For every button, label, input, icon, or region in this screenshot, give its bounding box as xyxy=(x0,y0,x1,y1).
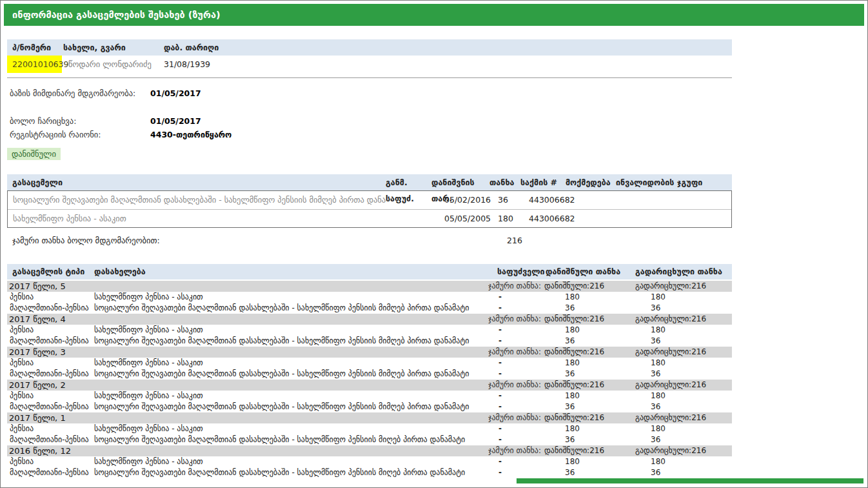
monthly-table-header: გასაცემლის ტიპი დასახელება საფუძველი დან… xyxy=(7,264,732,280)
month-group: 2017 წელი, 2 ჯამური თანხა: დანიშნული:216… xyxy=(7,380,732,412)
payment-type: მაღალმთიანი-პენსია xyxy=(7,369,94,380)
total-label: ჯამური თანხა ბოლო მდგომარეობით: xyxy=(7,234,489,247)
payment-row: პენსია სახელმწიფო პენსია - ასაკით - 180 … xyxy=(7,391,732,402)
payment-row: მაღალმთიანი-პენსია სოციალური შეღავათები … xyxy=(7,369,732,380)
payment-assigned-amount: 36 xyxy=(544,369,635,380)
month-summary-transferred: გადარიცხული:216 xyxy=(635,281,732,292)
field-label: რეგისტრაციის რაიონი: xyxy=(7,128,150,141)
month-summary-label: ჯამური თანხა: xyxy=(488,380,544,391)
assigned-case-number: 443006682 xyxy=(521,191,566,209)
report-window: ინფორმაცია გასაცემლების შესახებ (ზურა) პ… xyxy=(0,0,868,488)
payment-type: მაღალმთიანი-პენსია xyxy=(7,402,94,412)
payment-assigned-amount: 36 xyxy=(544,402,635,412)
assigned-date: 05/05/2005 xyxy=(432,210,490,228)
person-row: 22001010639 წოდარი ლონდარიძე 31/08/1939 xyxy=(7,56,732,73)
payment-name: სოციალური შეღავათები მაღალმთიან დასახლებ… xyxy=(94,369,494,380)
payment-assigned-amount: 180 xyxy=(544,325,635,336)
payment-basis: - xyxy=(494,358,544,369)
assigned-section-tab[interactable]: დანიშნული xyxy=(7,148,61,160)
payment-assigned-amount: 180 xyxy=(544,358,635,369)
title-bar: ინფორმაცია გასაცემლების შესახებ (ზურა) xyxy=(4,4,864,26)
payment-row: პენსია სახელმწიფო პენსია - ასაკით - 180 … xyxy=(7,423,732,434)
payment-name: სახელმწიფო პენსია - ასაკით xyxy=(94,423,494,434)
payment-type: პენსია xyxy=(7,456,94,467)
payment-transferred-amount: 36 xyxy=(635,303,732,314)
field-row: რეგისტრაციის რაიონი: 4430-თეთრიწყარო xyxy=(7,128,732,141)
payment-basis: - xyxy=(494,391,544,402)
field-label: ბაზის მიმდინარე მდგომარეობა: xyxy=(7,86,150,100)
month-group: 2016 წელი, 12 ჯამური თანხა: დანიშნული:21… xyxy=(7,445,732,478)
monthly-col-assigned: დანიშნული თანხა xyxy=(544,264,635,280)
footer-green-strip xyxy=(517,478,863,483)
month-period: 2017 წელი, 4 xyxy=(7,314,488,325)
month-summary-label: ჯამური თანხა: xyxy=(488,445,544,456)
assigned-row: სახელმწიფო პენსია - ასაკით 05/05/2005 18… xyxy=(8,209,731,227)
month-summary-transferred: გადარიცხული:216 xyxy=(635,347,732,358)
payment-basis: - xyxy=(494,467,544,478)
payment-assigned-amount: 180 xyxy=(544,423,635,434)
month-group: 2017 წელი, 3 ჯამური თანხა: დანიშნული:216… xyxy=(7,347,732,380)
field-value: 4430-თეთრიწყარო xyxy=(150,128,732,141)
month-period: 2017 წელი, 1 xyxy=(7,412,488,423)
person-col-birthdate: დაბ. თარიღი xyxy=(164,39,732,56)
monthly-col-transferred: გადარიცხული თანხა xyxy=(635,264,732,280)
payment-assigned-amount: 36 xyxy=(544,434,635,445)
payment-assigned-amount: 36 xyxy=(544,467,635,478)
month-group: 2017 წელი, 5 ჯამური თანხა: დანიშნული:216… xyxy=(7,281,732,314)
payment-name: სოციალური შეღავათები მაღალმთიან დასახლებ… xyxy=(94,467,494,478)
payment-basis: - xyxy=(494,303,544,314)
field-row: ბოლო ჩარიცხვა: 01/05/2017 xyxy=(7,114,732,128)
payment-row: პენსია სახელმწიფო პენსია - ასაკით - 180 … xyxy=(7,358,732,369)
person-col-number: პ/ნომერი xyxy=(7,39,62,56)
month-summary-transferred: გადარიცხული:216 xyxy=(635,412,732,423)
payment-transferred-amount: 180 xyxy=(635,391,732,402)
payment-type: მაღალმთიანი-პენსია xyxy=(7,336,94,347)
personal-number: 22001010639 xyxy=(7,56,62,73)
field-label: ბოლო ჩარიცხვა: xyxy=(7,114,150,128)
total-value: 216 xyxy=(489,234,520,247)
assigned-total-row: ჯამური თანხა ბოლო მდგომარეობით: 216 xyxy=(7,234,732,247)
payment-transferred-amount: 180 xyxy=(635,456,732,467)
assigned-case-number: 443006682 xyxy=(521,210,566,228)
month-group: 2017 წელი, 1 ჯამური თანხა: დანიშნული:216… xyxy=(7,412,732,445)
payment-name: სახელმწიფო პენსია - ასაკით xyxy=(94,456,494,467)
payment-name: სახელმწიფო პენსია - ასაკით xyxy=(94,325,494,336)
payment-transferred-amount: 36 xyxy=(635,402,732,412)
month-summary-transferred: გადარიცხული:216 xyxy=(635,314,732,325)
assigned-table-header: გასაცემელი განმ. საფუძ. დანიშვნის თარ. თ… xyxy=(7,174,732,190)
payment-transferred-amount: 180 xyxy=(635,325,732,336)
monthly-col-basis: საფუძველი xyxy=(494,264,544,280)
month-summary-assigned: დანიშნული:216 xyxy=(544,281,635,292)
payment-name: სოციალური შეღავათები მაღალმთიან დასახლებ… xyxy=(94,336,494,347)
month-header-row: 2017 წელი, 1 ჯამური თანხა: დანიშნული:216… xyxy=(7,412,732,423)
month-header-row: 2016 წელი, 12 ჯამური თანხა: დანიშნული:21… xyxy=(7,445,732,456)
payment-row: პენსია სახელმწიფო პენსია - ასაკით - 180 … xyxy=(7,292,732,303)
payment-row: მაღალმთიანი-პენსია სოციალური შეღავათები … xyxy=(7,467,732,478)
month-header-row: 2017 წელი, 5 ჯამური თანხა: დანიშნული:216… xyxy=(7,281,732,292)
payment-row: პენსია სახელმწიფო პენსია - ასაკით - 180 … xyxy=(7,325,732,336)
field-row: ბაზის მიმდინარე მდგომარეობა: 01/05/2017 xyxy=(7,86,732,100)
month-summary-transferred: გადარიცხული:216 xyxy=(635,445,732,456)
month-summary-assigned: დანიშნული:216 xyxy=(544,380,635,391)
payment-row: მაღალმთიანი-პენსია სოციალური შეღავათები … xyxy=(7,336,732,347)
birth-date: 31/08/1939 xyxy=(164,56,732,73)
payment-name: სოციალური შეღავათები მაღალმთიან დასახლებ… xyxy=(94,303,494,314)
month-summary-label: ჯამური თანხა: xyxy=(488,412,544,423)
payment-type: პენსია xyxy=(7,391,94,402)
payment-assigned-amount: 180 xyxy=(544,292,635,303)
status-fields: ბაზის მიმდინარე მდგომარეობა: 01/05/2017 … xyxy=(7,86,732,141)
report-content: პ/ნომერი სახელი, გვარი დაბ. თარიღი 22001… xyxy=(7,39,732,478)
payment-name: სოციალური შეღავათები მაღალმთიან დასახლებ… xyxy=(94,434,494,445)
payment-transferred-amount: 180 xyxy=(635,423,732,434)
payment-basis: - xyxy=(494,423,544,434)
payment-assigned-amount: 36 xyxy=(544,303,635,314)
field-value: 01/05/2017 xyxy=(150,86,732,100)
payment-basis: - xyxy=(494,336,544,347)
payment-assigned-amount: 180 xyxy=(544,456,635,467)
payment-basis: - xyxy=(494,325,544,336)
field-value: 01/05/2017 xyxy=(150,114,732,128)
window-title: ინფორმაცია გასაცემლების შესახებ (ზურა) xyxy=(4,4,864,26)
month-group: 2017 წელი, 4 ჯამური თანხა: დანიშნული:216… xyxy=(7,314,732,347)
payment-name: სახელმწიფო პენსია - ასაკით xyxy=(94,292,494,303)
payment-transferred-amount: 180 xyxy=(635,292,732,303)
